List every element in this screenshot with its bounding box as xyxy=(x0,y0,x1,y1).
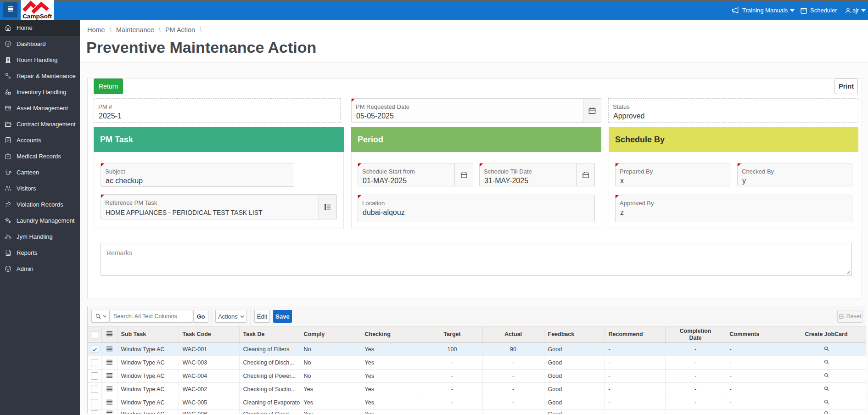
svg-text:XLS: XLS xyxy=(7,253,11,255)
svg-text:CampSoft: CampSoft xyxy=(22,13,52,20)
